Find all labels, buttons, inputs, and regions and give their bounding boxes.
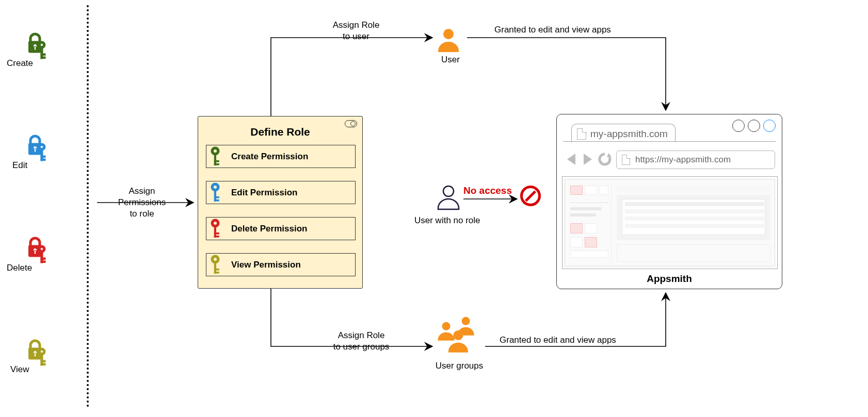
browser-tab-label: my-appsmith.com xyxy=(590,128,668,140)
page-icon xyxy=(622,155,630,165)
legend-separator xyxy=(87,5,89,407)
user-groups-icon xyxy=(436,316,483,360)
window-btn-1 xyxy=(732,120,745,132)
nav-back-icon xyxy=(564,152,580,169)
user-norole-label: User with no role xyxy=(414,215,480,226)
assign-role-groups-label: Assign Role to user groups xyxy=(315,330,408,353)
legend-label-create: Create xyxy=(7,58,33,69)
key-icon-edit xyxy=(211,182,226,204)
browser-tab: my-appsmith.com xyxy=(571,124,676,142)
browser-title: Appsmith xyxy=(557,273,782,285)
legend-label-view: View xyxy=(10,364,29,375)
lock-key-icon-delete xyxy=(28,236,57,266)
key-icon-view xyxy=(211,255,226,276)
define-role-title: Define Role xyxy=(198,126,362,138)
address-bar: https://my-appsmith.com xyxy=(616,151,775,169)
granted-groups-label: Granted to edit and view apps xyxy=(500,335,616,345)
perm-create-label: Create Permission xyxy=(231,152,308,162)
perm-create: Create Permission xyxy=(206,145,356,168)
perm-delete-label: Delete Permission xyxy=(231,224,307,234)
user-norole-icon xyxy=(437,186,463,213)
browser-window: my-appsmith.com https://my-appsmith.com xyxy=(556,114,782,289)
lock-key-icon-edit xyxy=(28,134,57,164)
window-btn-3 xyxy=(763,120,776,132)
browser-content xyxy=(562,176,778,269)
key-icon-delete xyxy=(211,219,226,240)
page-icon xyxy=(577,128,586,140)
nav-refresh-icon xyxy=(597,152,613,169)
perm-edit: Edit Permission xyxy=(206,181,356,204)
user-groups-label: User groups xyxy=(426,361,493,371)
user-label: User xyxy=(432,55,469,65)
perm-delete: Delete Permission xyxy=(206,217,356,240)
perm-view-label: View Permission xyxy=(231,260,301,270)
tab-divider xyxy=(563,141,776,142)
key-icon-create xyxy=(211,146,226,168)
perm-edit-label: Edit Permission xyxy=(231,188,297,198)
address-url: https://my-appsmith.com xyxy=(635,155,731,165)
diagram-canvas: Create Edit Delete View Define Role Crea… xyxy=(0,0,868,417)
no-access-icon xyxy=(520,186,541,206)
lock-key-icon-view xyxy=(28,339,57,369)
user-icon xyxy=(437,28,463,56)
legend-label-edit: Edit xyxy=(12,160,27,171)
granted-user-label: Granted to edit and view apps xyxy=(494,25,611,35)
no-access-label: No access xyxy=(463,185,512,196)
nav-forward-icon xyxy=(580,152,595,169)
window-btn-2 xyxy=(748,120,760,132)
perm-view: View Permission xyxy=(206,253,356,276)
assign-role-user-label: Assign Role to user xyxy=(315,20,397,42)
define-role-box: Define Role Create Permission Edit Permi… xyxy=(198,116,363,289)
legend-label-delete: Delete xyxy=(7,263,32,273)
assign-permissions-label: Assign Permissions to role xyxy=(108,186,175,220)
app-screenshot xyxy=(565,179,775,266)
